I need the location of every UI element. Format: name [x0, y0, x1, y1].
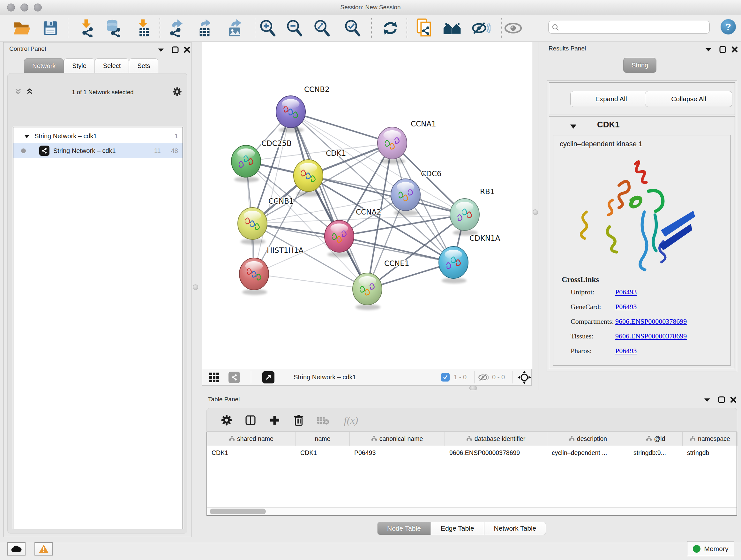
edge-CCNB2-CCNA1[interactable]: [291, 112, 392, 143]
show-columns-icon[interactable]: [243, 413, 258, 428]
cloud-button[interactable]: [7, 542, 25, 556]
node-CCNB2[interactable]: CCNB2: [276, 85, 330, 133]
refresh-style-icon[interactable]: [380, 18, 401, 38]
node-CCNA2[interactable]: CCNA2: [325, 208, 381, 257]
edge-RB1-CCNA2[interactable]: [339, 214, 465, 236]
tab-network[interactable]: Network: [24, 58, 64, 73]
window-close-button[interactable]: [7, 3, 15, 11]
fit-content-crosshair-icon[interactable]: [518, 369, 531, 385]
table-row[interactable]: CDK1CDK1P064939606.ENSP00000378699cyclin…: [207, 446, 737, 459]
hide-selected-eye-slash-icon[interactable]: [471, 18, 491, 38]
node-HIST1H1A[interactable]: HIST1H1A: [239, 246, 304, 295]
scrollbar-thumb[interactable]: [210, 509, 266, 514]
network-share-icon[interactable]: [228, 369, 240, 385]
results-panel-float-icon[interactable]: [718, 45, 728, 54]
zoom-fit-icon[interactable]: [312, 18, 332, 38]
export-table-icon[interactable]: [195, 18, 215, 38]
table-horizontal-scrollbar[interactable]: [207, 507, 737, 515]
node-CDK1[interactable]: CDK1: [293, 149, 346, 197]
column-header-name[interactable]: name: [296, 432, 350, 446]
tab-style[interactable]: Style: [64, 58, 94, 73]
show-all-eye-icon[interactable]: [503, 18, 523, 38]
results-panel-menu-icon[interactable]: [704, 45, 713, 54]
export-network-icon[interactable]: [166, 18, 186, 38]
bottom-splitter-grip[interactable]: [469, 386, 477, 390]
zoom-selected-icon[interactable]: [342, 18, 362, 38]
control-panel-close-icon[interactable]: [182, 46, 192, 54]
duplicate-network-icon[interactable]: [414, 18, 434, 38]
crosslink-link[interactable]: P06493: [615, 288, 636, 296]
network-list-options-gear-icon[interactable]: [172, 87, 182, 98]
table-cell[interactable]: stringdb: [683, 446, 738, 459]
control-panel-float-icon[interactable]: [171, 46, 180, 54]
tab-network-table[interactable]: Network Table: [484, 522, 546, 535]
column-header-canonical-name[interactable]: canonical name: [350, 432, 445, 446]
delete-table-icon[interactable]: [315, 413, 331, 428]
import-table-file-icon[interactable]: [133, 18, 153, 38]
network-row-selected[interactable]: String Network – cdk1 11 48: [13, 143, 183, 158]
search-input[interactable]: [548, 21, 710, 34]
import-network-database-icon[interactable]: [103, 18, 124, 38]
crosslink-link[interactable]: 9606.ENSP00000378699: [615, 317, 687, 326]
table-cell[interactable]: stringdb:9...: [629, 446, 683, 459]
hidden-eye-icon[interactable]: [478, 369, 489, 385]
crosslink-link[interactable]: P06493: [615, 303, 636, 311]
crosslink-link[interactable]: P06493: [615, 347, 636, 355]
table-cell[interactable]: cyclin–dependent ...: [547, 446, 629, 459]
edge-HIST1H1A-CCNE1[interactable]: [254, 274, 367, 289]
right-splitter-grip[interactable]: [533, 209, 538, 215]
tab-node-table[interactable]: Node Table: [377, 522, 431, 535]
node-CDKN1A[interactable]: CDKN1A: [439, 234, 500, 284]
collapse-all-button[interactable]: Collapse All: [645, 91, 732, 107]
left-splitter-grip[interactable]: [193, 285, 198, 290]
table-panel-close-icon[interactable]: [729, 395, 738, 404]
node-CDC25B[interactable]: CDC25B: [231, 139, 292, 182]
network-collection-row[interactable]: String Network – cdk1 1: [13, 129, 183, 143]
crosslink-link[interactable]: 9606.ENSP00000378699: [615, 332, 687, 340]
save-session-icon[interactable]: [40, 18, 61, 38]
zoom-out-icon[interactable]: [284, 18, 305, 38]
column-header-namespace[interactable]: namespace: [683, 432, 738, 446]
open-in-window-icon[interactable]: [262, 369, 274, 385]
tab-sets[interactable]: Sets: [129, 58, 158, 73]
table-panel-menu-icon[interactable]: [702, 395, 712, 404]
export-image-icon[interactable]: [225, 18, 245, 38]
gene-collapse-icon[interactable]: [570, 124, 576, 130]
tab-string[interactable]: String: [623, 58, 657, 73]
edge-CCNB2-CCNE1[interactable]: [291, 112, 367, 289]
node-RB1[interactable]: RB1: [450, 187, 495, 236]
table-panel-float-icon[interactable]: [717, 395, 726, 404]
window-minimize-button[interactable]: [20, 3, 28, 11]
tab-edge-table[interactable]: Edge Table: [431, 522, 484, 535]
column-header-database-identifier[interactable]: database identifier: [445, 432, 547, 446]
column-header--id[interactable]: @id: [629, 432, 683, 446]
node-CCNB1[interactable]: CCNB1: [238, 197, 294, 245]
expand-all-chevron-icon[interactable]: [26, 88, 33, 97]
import-network-file-icon[interactable]: [76, 18, 96, 38]
network-canvas[interactable]: CCNB2CCNA1CDC25BCDK1CDC6RB1CCNB1CCNA2CDK…: [202, 42, 532, 369]
open-session-icon[interactable]: [12, 18, 32, 38]
collapse-all-chevron-icon[interactable]: [15, 88, 22, 97]
collection-expand-icon[interactable]: [24, 132, 29, 140]
function-builder-icon[interactable]: f(x): [338, 413, 364, 428]
birdseye-grid-icon[interactable]: [209, 369, 219, 385]
expand-all-button[interactable]: Expand All: [570, 91, 652, 107]
warnings-button[interactable]: [35, 542, 53, 556]
table-cell[interactable]: P06493: [350, 446, 445, 459]
node-CCNE1[interactable]: CCNE1: [353, 259, 409, 310]
results-panel-close-icon[interactable]: [730, 45, 739, 54]
table-cell[interactable]: CDK1: [296, 446, 350, 459]
help-button[interactable]: ?: [721, 19, 736, 35]
table-options-gear-icon[interactable]: [219, 413, 234, 428]
table-cell[interactable]: 9606.ENSP00000378699: [445, 446, 547, 459]
control-panel-menu-icon[interactable]: [156, 46, 165, 54]
add-column-plus-icon[interactable]: [267, 413, 282, 428]
tab-select[interactable]: Select: [95, 58, 129, 73]
window-zoom-button[interactable]: [34, 3, 42, 11]
zoom-in-icon[interactable]: [257, 18, 278, 38]
memory-button[interactable]: Memory: [687, 541, 734, 556]
edge-CCNA2-CDKN1A[interactable]: [339, 236, 454, 262]
gallery-home-icon[interactable]: [443, 18, 463, 38]
column-header-description[interactable]: description: [547, 432, 629, 446]
column-header-shared-name[interactable]: shared name: [207, 432, 296, 446]
